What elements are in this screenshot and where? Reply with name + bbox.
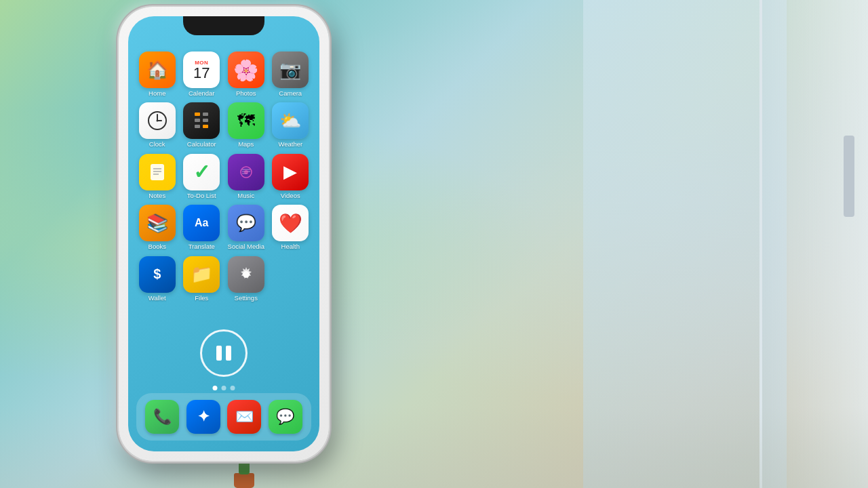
cactus-pot bbox=[234, 473, 254, 488]
pause-bar-left bbox=[216, 346, 222, 361]
page-dot-2[interactable] bbox=[222, 386, 226, 390]
calendar-label: Calendar bbox=[189, 90, 215, 97]
app-photos[interactable]: 🌸 Photos bbox=[225, 52, 267, 97]
app-books[interactable]: 📚 Books bbox=[136, 205, 178, 250]
clock-icon bbox=[139, 102, 176, 139]
svg-rect-5 bbox=[203, 113, 208, 116]
wallet-label: Wallet bbox=[149, 295, 166, 302]
maps-icon: 🗺 bbox=[228, 102, 264, 139]
clock-label: Clock bbox=[149, 141, 165, 148]
calendar-day: 17 bbox=[193, 66, 210, 81]
app-health[interactable]: ❤️ Health bbox=[270, 205, 312, 250]
page-dot-1[interactable] bbox=[213, 386, 218, 390]
social-icon: 💬 bbox=[228, 205, 264, 241]
app-calendar[interactable]: MON 17 Calendar bbox=[181, 52, 223, 97]
app-home[interactable]: 🏠 Home bbox=[136, 52, 178, 97]
camera-icon: 📷 bbox=[272, 52, 309, 88]
app-calculator[interactable]: Calculator bbox=[181, 102, 223, 148]
app-notes[interactable]: Notes bbox=[136, 154, 178, 199]
todo-label: To-Do List bbox=[187, 192, 216, 199]
app-clock[interactable]: Clock bbox=[136, 102, 178, 148]
files-label: Files bbox=[195, 295, 208, 302]
photos-label: Photos bbox=[236, 90, 256, 97]
dock-mail-button[interactable]: ✉️ bbox=[227, 400, 261, 434]
pause-icon bbox=[216, 346, 231, 361]
photos-icon: 🌸 bbox=[228, 52, 264, 88]
social-label: Social Media bbox=[228, 243, 264, 250]
health-label: Health bbox=[281, 243, 300, 250]
app-wallet[interactable]: $ Wallet bbox=[136, 256, 178, 302]
calendar-icon: MON 17 bbox=[183, 52, 220, 88]
heart-symbol: ❤️ bbox=[279, 212, 302, 235]
svg-point-3 bbox=[156, 120, 158, 122]
weather-icon: ⛅ bbox=[272, 102, 309, 139]
videos-label: Videos bbox=[281, 192, 300, 199]
app-videos[interactable]: ▶ Videos bbox=[270, 154, 312, 199]
app-grid: 🏠 Home MON 17 Calendar 🌸 Photos bbox=[128, 46, 319, 307]
books-icon: 📚 bbox=[139, 205, 176, 241]
svg-rect-7 bbox=[203, 119, 208, 122]
calculator-label: Calculator bbox=[187, 141, 216, 148]
page-dot-3[interactable] bbox=[231, 386, 235, 390]
svg-rect-9 bbox=[203, 125, 208, 128]
app-social[interactable]: 💬 Social Media bbox=[225, 205, 267, 250]
phone-body: 🏠 Home MON 17 Calendar 🌸 Photos bbox=[119, 7, 329, 461]
todo-icon: ✓ bbox=[183, 154, 220, 190]
svg-point-19 bbox=[244, 170, 248, 174]
app-todo[interactable]: ✓ To-Do List bbox=[181, 154, 223, 199]
dock: 📞 ✦ ✉️ 💬 bbox=[136, 393, 311, 441]
notch bbox=[183, 16, 264, 35]
phone: 🏠 Home MON 17 Calendar 🌸 Photos bbox=[119, 7, 329, 461]
notes-icon bbox=[139, 154, 176, 190]
health-icon: ❤️ bbox=[272, 205, 309, 241]
weather-label: Weather bbox=[278, 141, 302, 148]
books-label: Books bbox=[149, 243, 166, 250]
app-maps[interactable]: 🗺 Maps bbox=[225, 102, 267, 148]
dock-messages-button[interactable]: 💬 bbox=[269, 400, 302, 434]
svg-rect-6 bbox=[195, 119, 200, 122]
app-weather[interactable]: ⛅ Weather bbox=[270, 102, 312, 148]
dock-phone-button[interactable]: 📞 bbox=[145, 400, 179, 434]
wallet-icon: $ bbox=[139, 256, 176, 293]
home-label: Home bbox=[149, 90, 165, 97]
dock-spark-button[interactable]: ✦ bbox=[186, 400, 220, 434]
camera-label: Camera bbox=[279, 90, 302, 97]
music-label: Music bbox=[237, 192, 254, 199]
empty-slot bbox=[270, 256, 312, 302]
calculator-icon bbox=[183, 102, 220, 139]
svg-rect-4 bbox=[195, 113, 200, 116]
maps-label: Maps bbox=[238, 141, 254, 148]
phone-screen: 🏠 Home MON 17 Calendar 🌸 Photos bbox=[128, 16, 319, 451]
svg-rect-8 bbox=[195, 125, 200, 128]
files-icon: 📁 bbox=[183, 256, 220, 293]
translate-icon: Aa bbox=[183, 205, 220, 241]
settings-label: Settings bbox=[235, 295, 258, 302]
translate-label: Translate bbox=[189, 243, 215, 250]
videos-icon: ▶ bbox=[272, 154, 309, 190]
app-files[interactable]: 📁 Files bbox=[181, 256, 223, 302]
svg-rect-10 bbox=[151, 164, 164, 180]
pause-bar-right bbox=[226, 346, 231, 361]
app-camera[interactable]: 📷 Camera bbox=[270, 52, 312, 97]
pause-button[interactable] bbox=[200, 329, 248, 377]
music-icon bbox=[228, 154, 264, 190]
app-music[interactable]: Music bbox=[225, 154, 267, 199]
notes-label: Notes bbox=[149, 192, 165, 199]
app-settings[interactable]: Settings bbox=[225, 256, 267, 302]
app-translate[interactable]: Aa Translate bbox=[181, 205, 223, 250]
home-icon: 🏠 bbox=[139, 52, 176, 88]
page-indicators bbox=[213, 386, 235, 390]
settings-icon bbox=[228, 256, 264, 293]
